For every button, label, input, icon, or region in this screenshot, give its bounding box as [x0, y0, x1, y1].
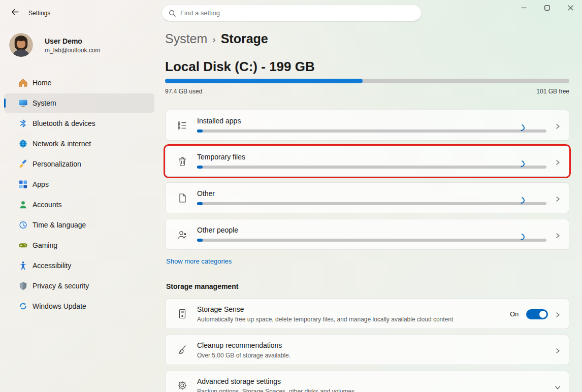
minimize-button[interactable]	[512, 0, 535, 16]
category-progress-bar	[197, 239, 546, 242]
privacy-security-icon	[18, 281, 28, 291]
sidebar-item-label: Bluetooth & devices	[33, 119, 95, 127]
breadcrumb-parent[interactable]: System	[165, 31, 207, 46]
disk-usage-bar	[165, 79, 569, 83]
installed-apps-icon	[177, 120, 188, 131]
minimize-icon	[521, 5, 527, 12]
category-card-other-people[interactable]: Other people	[165, 219, 569, 250]
sidebar-item-label: Network & internet	[33, 140, 91, 148]
sidebar-item-label: Gaming	[33, 241, 57, 249]
sidebar-item-privacy-security[interactable]: Privacy & security	[4, 276, 154, 296]
disk-free-label: 101 GB free	[519, 88, 569, 95]
close-button[interactable]	[559, 0, 582, 16]
search-input[interactable]	[180, 6, 414, 20]
sidebar-item-label: Apps	[33, 180, 49, 188]
cleanup-broom-icon	[177, 344, 188, 355]
file-icon	[177, 192, 188, 204]
breadcrumb-separator-icon: ›	[212, 32, 215, 45]
sidebar-item-label: Privacy & security	[33, 282, 89, 290]
sidebar-item-label: System	[33, 99, 56, 107]
sidebar-item-personalization[interactable]: Personalization	[4, 154, 154, 174]
sidebar-item-network-internet[interactable]: Network & internet	[4, 134, 154, 153]
maximize-button[interactable]	[535, 0, 559, 16]
category-progress-bar	[197, 166, 546, 169]
storage-sense-toggle[interactable]	[526, 309, 548, 319]
cleanup-title: Cleanup recommendations	[197, 341, 282, 349]
back-arrow-icon	[11, 8, 19, 17]
user-name: User Demo	[45, 37, 82, 45]
storage-sense-card[interactable]: Storage Sense Automatically free up spac…	[165, 299, 569, 329]
sidebar-item-label: Accessibility	[33, 262, 71, 270]
storage-sense-description: Automatically free up space, delete temp…	[197, 316, 453, 323]
chevron-right-icon	[555, 122, 561, 128]
category-title: Other	[197, 189, 215, 198]
bluetooth-icon	[18, 119, 28, 128]
category-card-temporary-files[interactable]: Temporary files	[165, 146, 569, 177]
personalization-icon	[18, 159, 28, 169]
chevron-right-icon	[555, 311, 561, 317]
search-icon	[169, 10, 176, 19]
sidebar-item-label: Personalization	[33, 160, 81, 168]
selected-indicator	[4, 99, 6, 108]
chevron-right-icon	[555, 232, 561, 238]
sidebar-item-windows-update[interactable]: Windows Update	[4, 297, 154, 316]
show-more-categories-link[interactable]: Show more categories	[166, 257, 232, 265]
sidebar-item-label: Home	[33, 79, 51, 87]
sidebar-item-apps[interactable]: Apps	[4, 175, 154, 194]
toggle-state-label: On	[510, 310, 519, 318]
back-button[interactable]	[7, 6, 22, 19]
advanced-description: Backup options, Storage Spaces, other di…	[197, 388, 354, 392]
category-card-installed-apps[interactable]: Installed apps	[165, 110, 569, 141]
gaming-icon	[18, 241, 28, 250]
disk-title: Local Disk (C:) - 199 GB	[165, 59, 315, 75]
people-icon	[177, 229, 188, 240]
trash-icon	[177, 156, 188, 167]
sidebar-item-time-language[interactable]: Time & language	[4, 215, 154, 235]
disk-usage-fill	[165, 79, 363, 83]
storage-management-header: Storage management	[166, 282, 238, 290]
gear-icon	[177, 380, 188, 391]
sidebar-item-bluetooth-devices[interactable]: Bluetooth & devices	[4, 114, 154, 133]
cleanup-recommendations-card[interactable]: Cleanup recommendations Over 5.00 GB of …	[165, 335, 569, 365]
avatar[interactable]	[9, 33, 33, 57]
advanced-title: Advanced storage settings	[197, 377, 281, 385]
search-box[interactable]	[161, 5, 422, 21]
chevron-down-icon	[555, 383, 561, 389]
chevron-right-icon	[555, 158, 561, 165]
apps-icon	[18, 180, 28, 189]
category-progress-bar	[197, 129, 546, 133]
sidebar-item-home[interactable]: Home	[4, 73, 154, 92]
storage-sense-icon	[177, 308, 188, 319]
storage-sense-title: Storage Sense	[197, 305, 244, 313]
disk-used-label: 97.4 GB used	[165, 88, 202, 95]
advanced-storage-settings-card[interactable]: Advanced storage settings Backup options…	[165, 371, 569, 392]
category-progress-bar	[197, 202, 546, 205]
app-title: Settings	[28, 10, 50, 17]
network-icon	[18, 139, 28, 149]
sidebar-item-label: Accounts	[33, 201, 62, 209]
cleanup-description: Over 5.00 GB of storage available.	[197, 352, 290, 359]
sidebar-item-system[interactable]: System	[4, 93, 154, 113]
sidebar-item-accounts[interactable]: Accounts	[4, 195, 154, 214]
sidebar-item-label: Time & language	[33, 221, 86, 229]
category-progress-fill	[197, 166, 203, 169]
toggle-knob	[539, 311, 546, 318]
chevron-right-icon	[555, 195, 561, 201]
category-progress-fill	[197, 129, 203, 133]
breadcrumb: System › Storage	[165, 31, 268, 46]
chevron-right-icon	[555, 347, 561, 353]
system-icon	[18, 99, 28, 108]
category-title: Installed apps	[197, 117, 241, 125]
category-card-other[interactable]: Other	[165, 182, 569, 213]
close-icon	[568, 5, 573, 12]
sidebar-item-accessibility[interactable]: Accessibility	[4, 256, 154, 275]
user-email: m_lab@outlook.com	[45, 47, 101, 54]
sidebar-item-gaming[interactable]: Gaming	[4, 236, 154, 255]
accessibility-icon	[18, 261, 28, 271]
category-progress-fill	[197, 202, 203, 205]
home-icon	[18, 78, 28, 88]
category-title: Other people	[197, 226, 238, 234]
accounts-icon	[18, 200, 28, 210]
category-title: Temporary files	[197, 153, 245, 161]
maximize-icon	[544, 5, 550, 12]
